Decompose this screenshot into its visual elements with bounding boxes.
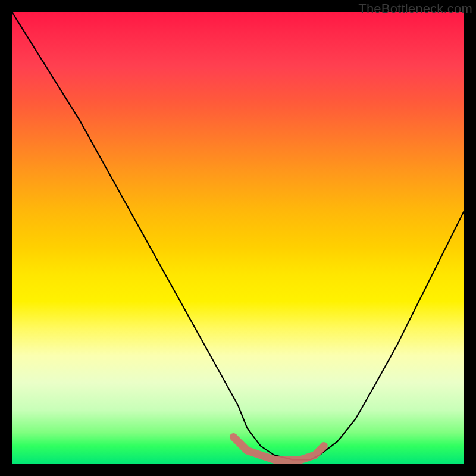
- chart-svg: [12, 12, 464, 464]
- watermark-label: TheBottleneck.com: [358, 1, 472, 17]
- highlight-plateau: [233, 437, 324, 459]
- bottleneck-curve: [12, 12, 464, 459]
- plot-area: [12, 12, 464, 464]
- chart-container: TheBottleneck.com: [0, 0, 476, 476]
